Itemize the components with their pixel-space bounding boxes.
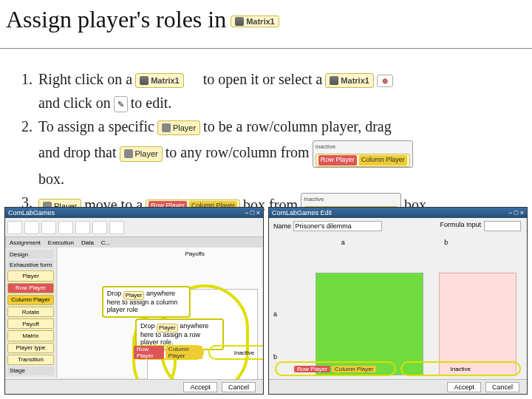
role-zone[interactable]: Row PlayerColumn Player — [275, 361, 396, 376]
payoffs-label: Payoffs — [185, 250, 205, 257]
text: to open it or select a — [203, 68, 323, 90]
text: to edit. — [131, 92, 172, 114]
player-icon — [124, 149, 133, 158]
toolbar-button[interactable] — [24, 221, 39, 234]
column-player-button[interactable]: Column Player — [7, 295, 54, 305]
screenshot-right: ComLabGames Edit − □ × Name Formula Inpu… — [268, 207, 528, 395]
matrix-chip: Matrix1 — [231, 16, 279, 27]
toolbar-button[interactable] — [58, 221, 73, 234]
cancel-button[interactable]: Cancel — [222, 382, 256, 392]
tab[interactable]: Data — [81, 239, 94, 246]
player-chip: Player — [157, 120, 200, 136]
accept-button[interactable]: Accept — [447, 382, 481, 392]
cell-b[interactable] — [439, 273, 516, 375]
text: and click on — [38, 92, 111, 114]
cancel-button[interactable]: Cancel — [485, 382, 519, 392]
window-controls[interactable]: − □ × — [508, 209, 524, 216]
step-number: 2. — [12, 115, 33, 191]
row-player-button[interactable]: Row Player — [7, 283, 54, 293]
sidebar-label: Exhaustive form — [7, 260, 54, 269]
rotate-button[interactable]: Rotate — [7, 307, 54, 317]
window-titlebar: ComLabGames Edit − □ × — [269, 208, 527, 218]
toolbar — [5, 218, 263, 237]
matrix-icon — [235, 17, 244, 26]
formula-field: Formula Input — [440, 221, 521, 231]
toolbar-button[interactable] — [41, 221, 56, 234]
inactive-box-chip: Inactive Row PlayerColumn Player — [313, 140, 413, 168]
toolbar-button[interactable] — [75, 221, 90, 234]
tab[interactable]: Execution — [48, 239, 74, 246]
text: Right click on a — [38, 68, 132, 90]
text: box. — [38, 168, 64, 190]
inactive-zone[interactable]: Inactive — [208, 345, 264, 360]
instruction-list: 1. Right click on a Matrix1 to open it o… — [0, 49, 532, 227]
payoff-button[interactable]: Payoff — [7, 318, 54, 329]
player-icon — [162, 123, 171, 132]
tab[interactable]: Assignment — [10, 239, 41, 246]
canvas[interactable]: Payoffs Drop Player anywhere here to ass… — [58, 248, 262, 378]
text: to any row/column from — [166, 141, 310, 163]
matrix-icon — [330, 76, 338, 85]
accept-button[interactable]: Accept — [183, 382, 217, 392]
player-type-button[interactable]: Player type — [7, 343, 54, 353]
cell-a[interactable] — [316, 273, 424, 375]
text: and drop that — [38, 141, 117, 163]
toolbar-button[interactable] — [7, 221, 22, 234]
matrix-icon — [140, 76, 149, 85]
tab[interactable]: C... — [101, 239, 110, 246]
text: to be a row/column player, drag — [203, 115, 392, 137]
toolbar-button[interactable] — [92, 221, 107, 234]
col-header-a: a — [341, 239, 345, 246]
player-button[interactable]: Player — [7, 270, 54, 281]
matrix-chip: Matrix1 — [135, 73, 184, 89]
sidebar: Design Exhaustive form Player Row Player… — [5, 248, 57, 378]
matrix-chip: Matrix1 — [325, 73, 374, 89]
page-title: Assign player's roles in — [6, 6, 226, 33]
inactive-zone[interactable]: Inactive — [400, 361, 522, 376]
name-field: Name — [273, 221, 382, 231]
text: To assign a specific — [38, 115, 154, 137]
toolbar-button[interactable] — [109, 221, 124, 234]
stage-label: Stage — [7, 366, 54, 375]
callout-column: Drop Player anywhere here to assign a co… — [102, 286, 191, 318]
edit-icon: ✎ — [114, 96, 128, 113]
sidebar-label: Design — [7, 250, 54, 259]
rowcol-chip: Row PlayerColumn Player — [316, 154, 410, 167]
window-titlebar: ComLabGames − □ × — [5, 208, 263, 218]
name-input[interactable] — [293, 221, 382, 231]
transition-button[interactable]: Transition — [7, 355, 54, 365]
row-header-b: b — [273, 353, 277, 361]
screenshot-left: ComLabGames − □ × Assignment Execution D… — [4, 207, 264, 395]
row-header-a: a — [273, 310, 277, 318]
plus-icon: ⊕ — [377, 75, 393, 87]
matrix-button[interactable]: Matrix — [7, 330, 54, 341]
col-header-b: b — [444, 239, 448, 246]
tabs: Assignment Execution Data C... — [5, 237, 263, 248]
step-number: 1. — [12, 68, 33, 115]
formula-input[interactable] — [484, 221, 521, 231]
player-chip: Player — [120, 146, 163, 162]
window-controls[interactable]: − □ × — [245, 209, 260, 216]
role-zone[interactable]: Row PlayerColumn Player — [132, 345, 204, 360]
